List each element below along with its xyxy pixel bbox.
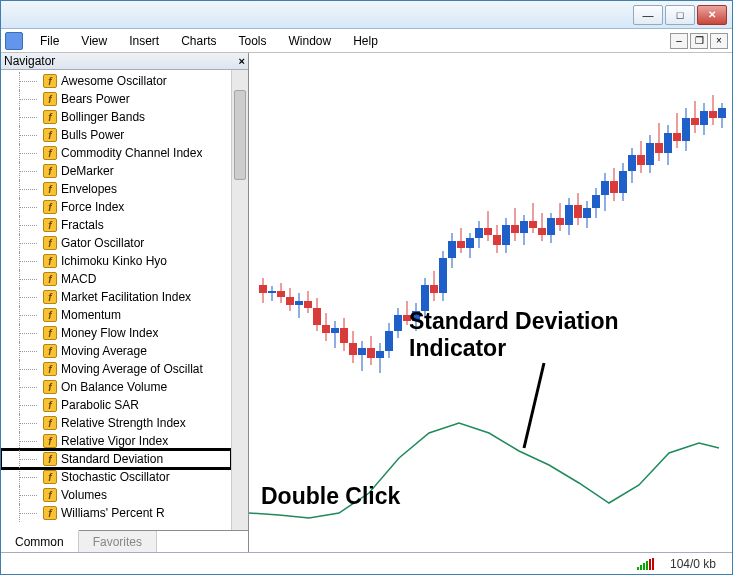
tree-item[interactable]: fRelative Vigor Index bbox=[1, 432, 231, 450]
tree-item-label: Money Flow Index bbox=[61, 326, 158, 340]
tab-common[interactable]: Common bbox=[1, 530, 79, 552]
navigator-close-btn[interactable]: × bbox=[239, 55, 245, 67]
indicator-icon: f bbox=[43, 416, 57, 430]
navigator-title: Navigator × bbox=[1, 53, 248, 70]
tree-item[interactable]: fMarket Facilitation Index bbox=[1, 288, 231, 306]
tree-item[interactable]: fRelative Strength Index bbox=[1, 414, 231, 432]
tree-item-label: Bollinger Bands bbox=[61, 110, 145, 124]
tree-item-label: Bears Power bbox=[61, 92, 130, 106]
tree-item[interactable]: fMACD bbox=[1, 270, 231, 288]
statusbar: 104/0 kb bbox=[1, 552, 732, 574]
indicator-icon: f bbox=[43, 110, 57, 124]
chart-area[interactable]: Standard Deviation Indicator Double Clic… bbox=[249, 53, 732, 552]
menu-window[interactable]: Window bbox=[278, 32, 343, 50]
indicator-icon: f bbox=[43, 398, 57, 412]
indicator-icon: f bbox=[43, 74, 57, 88]
menu-help[interactable]: Help bbox=[342, 32, 389, 50]
tree-item-label: Commodity Channel Index bbox=[61, 146, 202, 160]
tree-item-label: Stochastic Oscillator bbox=[61, 470, 170, 484]
mdi-close-btn[interactable]: × bbox=[710, 33, 728, 49]
titlebar: — □ ✕ bbox=[1, 1, 732, 29]
menubar: File View Insert Charts Tools Window Hel… bbox=[1, 29, 732, 53]
tree-item[interactable]: fMoving Average of Oscillat bbox=[1, 360, 231, 378]
indicator-icon: f bbox=[43, 344, 57, 358]
indicator-icon: f bbox=[43, 470, 57, 484]
mdi-restore-btn[interactable]: ❐ bbox=[690, 33, 708, 49]
window-minimize-btn[interactable]: — bbox=[633, 5, 663, 25]
indicator-icon: f bbox=[43, 146, 57, 160]
menu-insert[interactable]: Insert bbox=[118, 32, 170, 50]
tree-item[interactable]: fGator Oscillator bbox=[1, 234, 231, 252]
tree-item[interactable]: fBears Power bbox=[1, 90, 231, 108]
indicator-icon: f bbox=[43, 362, 57, 376]
navigator-panel: Navigator × fAwesome OscillatorfBears Po… bbox=[1, 53, 249, 552]
tree-item-label: Bulls Power bbox=[61, 128, 124, 142]
tree-item[interactable]: fWilliams' Percent R bbox=[1, 504, 231, 522]
menu-view[interactable]: View bbox=[70, 32, 118, 50]
indicator-icon: f bbox=[43, 326, 57, 340]
tree-item[interactable]: fOn Balance Volume bbox=[1, 378, 231, 396]
scrollbar-thumb[interactable] bbox=[234, 90, 246, 180]
navigator-scrollbar[interactable] bbox=[231, 70, 248, 530]
tree-item[interactable]: fBollinger Bands bbox=[1, 108, 231, 126]
indicator-icon: f bbox=[43, 164, 57, 178]
tree-item-label: Momentum bbox=[61, 308, 121, 322]
indicator-icon: f bbox=[43, 434, 57, 448]
indicator-icon: f bbox=[43, 272, 57, 286]
tree-item[interactable]: fStandard Deviation bbox=[1, 450, 231, 468]
tree-item[interactable]: fMoving Average bbox=[1, 342, 231, 360]
tree-item[interactable]: fIchimoku Kinko Hyo bbox=[1, 252, 231, 270]
indicator-icon: f bbox=[43, 290, 57, 304]
workspace: Navigator × fAwesome OscillatorfBears Po… bbox=[1, 53, 732, 552]
indicator-icon: f bbox=[43, 92, 57, 106]
annotation-line bbox=[249, 53, 729, 551]
tree-item[interactable]: fParabolic SAR bbox=[1, 396, 231, 414]
tree-item[interactable]: fDeMarker bbox=[1, 162, 231, 180]
navigator-tree[interactable]: fAwesome OscillatorfBears PowerfBollinge… bbox=[1, 70, 231, 530]
window-close-btn[interactable]: ✕ bbox=[697, 5, 727, 25]
indicator-icon: f bbox=[43, 128, 57, 142]
tree-item[interactable]: fMomentum bbox=[1, 306, 231, 324]
tree-item-label: MACD bbox=[61, 272, 96, 286]
navigator-tabs: Common Favorites bbox=[1, 530, 248, 552]
menu-charts[interactable]: Charts bbox=[170, 32, 227, 50]
connection-signal-icon bbox=[637, 558, 654, 570]
tree-item[interactable]: fAwesome Oscillator bbox=[1, 72, 231, 90]
tree-item[interactable]: fForce Index bbox=[1, 198, 231, 216]
tree-item-label: Relative Vigor Index bbox=[61, 434, 168, 448]
tree-item-label: Standard Deviation bbox=[61, 452, 163, 466]
tree-item[interactable]: fBulls Power bbox=[1, 126, 231, 144]
app-icon bbox=[5, 32, 23, 50]
tree-item-label: Relative Strength Index bbox=[61, 416, 186, 430]
tree-item-label: Williams' Percent R bbox=[61, 506, 165, 520]
tree-item[interactable]: fMoney Flow Index bbox=[1, 324, 231, 342]
tree-item[interactable]: fStochastic Oscillator bbox=[1, 468, 231, 486]
tree-item[interactable]: fCommodity Channel Index bbox=[1, 144, 231, 162]
window-maximize-btn[interactable]: □ bbox=[665, 5, 695, 25]
tree-item[interactable]: fVolumes bbox=[1, 486, 231, 504]
navigator-tree-wrap: fAwesome OscillatorfBears PowerfBollinge… bbox=[1, 70, 248, 530]
mdi-minimize-btn[interactable]: – bbox=[670, 33, 688, 49]
tree-item[interactable]: fEnvelopes bbox=[1, 180, 231, 198]
tree-item-label: Parabolic SAR bbox=[61, 398, 139, 412]
menu-file[interactable]: File bbox=[29, 32, 70, 50]
status-kb: 104/0 kb bbox=[670, 557, 716, 571]
indicator-icon: f bbox=[43, 380, 57, 394]
tree-item[interactable]: fFractals bbox=[1, 216, 231, 234]
indicator-icon: f bbox=[43, 254, 57, 268]
mdi-controls: – ❐ × bbox=[668, 33, 732, 49]
tree-item-label: DeMarker bbox=[61, 164, 114, 178]
indicator-icon: f bbox=[43, 308, 57, 322]
tree-item-label: Envelopes bbox=[61, 182, 117, 196]
tree-item-label: Ichimoku Kinko Hyo bbox=[61, 254, 167, 268]
menu-tools[interactable]: Tools bbox=[228, 32, 278, 50]
tab-favorites[interactable]: Favorites bbox=[79, 531, 157, 552]
tree-item-label: Gator Oscillator bbox=[61, 236, 144, 250]
navigator-title-label: Navigator bbox=[4, 54, 55, 68]
indicator-icon: f bbox=[43, 488, 57, 502]
indicator-icon: f bbox=[43, 236, 57, 250]
app-window: — □ ✕ File View Insert Charts Tools Wind… bbox=[0, 0, 733, 575]
indicator-icon: f bbox=[43, 182, 57, 196]
tree-item-label: Volumes bbox=[61, 488, 107, 502]
tree-item-label: Market Facilitation Index bbox=[61, 290, 191, 304]
